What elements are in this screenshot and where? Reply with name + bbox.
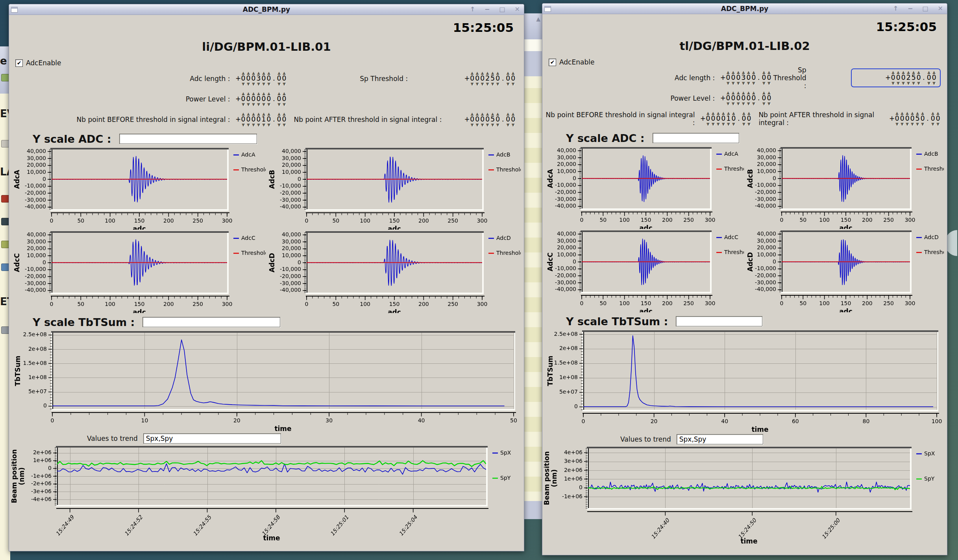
adc-enable-checkbox[interactable]: ✔ (15, 59, 23, 67)
spin-down-icon[interactable]: ▼ (471, 123, 474, 127)
spin-down-icon[interactable]: ▼ (712, 122, 715, 126)
spin-down-icon[interactable]: ▼ (247, 123, 250, 127)
values-to-trend-input[interactable] (143, 433, 281, 444)
spin-down-icon[interactable]: ▼ (732, 102, 735, 106)
spin-down-icon[interactable]: ▼ (916, 122, 919, 126)
y-scale-adc-input[interactable] (653, 133, 739, 143)
spin-down-icon[interactable]: ▼ (931, 122, 934, 126)
spin-down-icon[interactable]: ▼ (901, 122, 904, 126)
spin-down-icon[interactable]: ▼ (768, 81, 771, 85)
spin-down-icon[interactable]: ▼ (252, 123, 255, 127)
spin-down-icon[interactable]: ▼ (496, 82, 499, 86)
spin-down-icon[interactable]: ▼ (507, 123, 510, 127)
spin-down-icon[interactable]: ▼ (911, 122, 914, 126)
spin-down-icon[interactable]: ▼ (257, 123, 260, 127)
spin-down-icon[interactable]: ▼ (491, 82, 494, 86)
y-scale-tbtsum-input[interactable] (676, 316, 762, 326)
spin-down-icon[interactable]: ▼ (907, 81, 910, 85)
spin-down-icon[interactable]: ▼ (481, 82, 484, 86)
spin-down-icon[interactable]: ▼ (706, 122, 710, 126)
spin-down-icon[interactable]: ▼ (242, 82, 245, 86)
spin-down-icon[interactable]: ▼ (742, 102, 745, 106)
spin-down-icon[interactable]: ▼ (902, 81, 905, 85)
spin-down-icon[interactable]: ▼ (252, 103, 255, 107)
spin-down-icon[interactable]: ▼ (257, 103, 260, 107)
spin-down-icon[interactable]: ▼ (486, 82, 489, 86)
spin-down-icon[interactable]: ▼ (496, 123, 499, 127)
spin-down-icon[interactable]: ▼ (247, 103, 250, 107)
spin-down-icon[interactable]: ▼ (512, 82, 515, 86)
spin-down-icon[interactable]: ▼ (762, 102, 766, 106)
spin-down-icon[interactable]: ▼ (486, 123, 489, 127)
spin-down-icon[interactable]: ▼ (742, 81, 745, 85)
spin-down-icon[interactable]: ▼ (897, 81, 900, 85)
spin-down-icon[interactable]: ▼ (507, 82, 510, 86)
spin-down-icon[interactable]: ▼ (717, 122, 720, 126)
spin-down-icon[interactable]: ▼ (932, 81, 936, 85)
spin-down-icon[interactable]: ▼ (267, 82, 270, 86)
spin-down-icon[interactable]: ▼ (752, 81, 755, 85)
spin-down-icon[interactable]: ▼ (768, 102, 771, 106)
spin-down-icon[interactable]: ▼ (267, 103, 270, 107)
spin-down-icon[interactable]: ▼ (512, 123, 515, 127)
spin-down-icon[interactable]: ▼ (747, 102, 750, 106)
spin-down-icon[interactable]: ▼ (476, 82, 479, 86)
spin-down-icon[interactable]: ▼ (732, 81, 735, 85)
spin-down-icon[interactable]: ▼ (732, 122, 735, 126)
spin-down-icon[interactable]: ▼ (242, 103, 245, 107)
spin-down-icon[interactable]: ▼ (742, 122, 745, 126)
spin-down-icon[interactable]: ▼ (252, 82, 255, 86)
titlebar[interactable]: ADC_BPM.py ↑ − □ ✕ (9, 4, 524, 15)
close-button[interactable]: ✕ (515, 4, 520, 15)
spin-down-icon[interactable]: ▼ (921, 122, 924, 126)
close-button[interactable]: ✕ (938, 4, 943, 14)
spin-down-icon[interactable]: ▼ (936, 122, 940, 126)
spin-down-icon[interactable]: ▼ (481, 123, 484, 127)
nb-before-spinner[interactable]: + ▲0▼▲0▼▲0▼▲0▼▲1▼▲0▼ . ▲0▼▲0▼ (700, 111, 751, 126)
adc-enable-checkbox[interactable]: ✔ (549, 59, 556, 66)
titlebar[interactable]: ADC_BPM.py ↑ − □ ✕ (542, 4, 947, 14)
minimize-button[interactable]: − (908, 4, 913, 14)
spin-down-icon[interactable]: ▼ (927, 81, 930, 85)
spin-down-icon[interactable]: ▼ (895, 122, 899, 126)
sp-threshold-spinner[interactable]: + ▲0▼▲0▼▲0▼▲2▼▲5▼▲0▼ . ▲0▼▲0▼ (851, 68, 941, 87)
spin-down-icon[interactable]: ▼ (906, 122, 909, 126)
y-scale-tbtsum-input[interactable] (142, 317, 280, 327)
spin-down-icon[interactable]: ▼ (747, 122, 751, 126)
spin-down-icon[interactable]: ▼ (242, 123, 245, 127)
spin-down-icon[interactable]: ▼ (917, 81, 920, 85)
spin-down-icon[interactable]: ▼ (267, 123, 270, 127)
spin-down-icon[interactable]: ▼ (727, 81, 730, 85)
spin-down-icon[interactable]: ▼ (283, 123, 286, 127)
spin-down-icon[interactable]: ▼ (283, 82, 286, 86)
spin-down-icon[interactable]: ▼ (257, 82, 260, 86)
nb-before-spinner[interactable]: + ▲0▼▲0▼▲0▼▲0▼▲1▼▲0▼ . ▲0▼▲0▼ (236, 112, 287, 127)
minimize-button[interactable]: − (485, 4, 490, 15)
power-level-spinner[interactable]: + ▲0▼▲0▼▲0▼▲0▼▲0▼▲0▼ . ▲0▼▲0▼ (236, 92, 287, 107)
spin-down-icon[interactable]: ▼ (277, 123, 281, 127)
spin-down-icon[interactable]: ▼ (262, 103, 265, 107)
spin-down-icon[interactable]: ▼ (491, 123, 494, 127)
power-level-spinner[interactable]: + ▲0▼▲0▼▲0▼▲0▼▲0▼▲0▼ . ▲0▼▲0▼ (720, 91, 771, 106)
spin-down-icon[interactable]: ▼ (283, 103, 286, 107)
shade-button[interactable]: ↑ (893, 4, 898, 14)
spin-down-icon[interactable]: ▼ (262, 82, 265, 86)
spin-down-icon[interactable]: ▼ (752, 102, 755, 106)
nb-after-spinner[interactable]: + ▲0▼▲0▼▲0▼▲0▼▲5▼▲0▼ . ▲0▼▲0▼ (890, 111, 941, 126)
spin-down-icon[interactable]: ▼ (476, 123, 479, 127)
spin-down-icon[interactable]: ▼ (247, 82, 250, 86)
nb-after-spinner[interactable]: + ▲0▼▲0▼▲0▼▲0▼▲5▼▲0▼ . ▲0▼▲0▼ (464, 112, 516, 127)
spin-down-icon[interactable]: ▼ (727, 122, 730, 126)
spin-down-icon[interactable]: ▼ (277, 82, 281, 86)
values-to-trend-input[interactable] (677, 434, 763, 444)
spin-down-icon[interactable]: ▼ (737, 81, 740, 85)
maximize-button[interactable]: □ (499, 4, 505, 15)
sp-threshold-spinner[interactable]: + ▲0▼▲0▼▲0▼▲2▼▲5▼▲0▼ . ▲0▼▲0▼ (464, 71, 516, 86)
spin-down-icon[interactable]: ▼ (277, 103, 281, 107)
spin-down-icon[interactable]: ▼ (471, 82, 474, 86)
adc-length-spinner[interactable]: + ▲0▼▲0▼▲0▼▲3▼▲0▼▲0▼ . ▲0▼▲0▼ (720, 70, 771, 85)
spin-down-icon[interactable]: ▼ (737, 102, 740, 106)
spin-down-icon[interactable]: ▼ (912, 81, 915, 85)
spin-down-icon[interactable]: ▼ (747, 81, 750, 85)
spin-down-icon[interactable]: ▼ (762, 81, 766, 85)
